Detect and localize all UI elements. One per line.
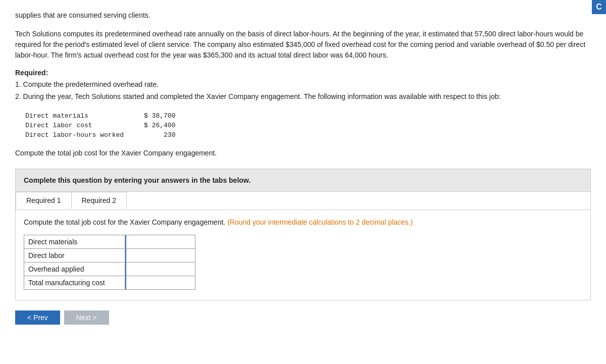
input-row-label: Overhead applied [24,262,125,276]
input-row-cell [125,276,195,289]
job-info-table: Direct materials $ 38,700 Direct labor c… [25,111,195,140]
job-info-value: $ 26,400 [144,121,195,130]
required-items: 1. Compute the predetermined overhead ra… [15,79,591,103]
job-info-row: Direct labor-hours worked 230 [25,130,195,140]
required-heading: Required: [15,69,591,77]
input-row-cell [125,235,195,248]
job-info-value: $ 38,700 [144,111,195,121]
input-row-label: Total manufacturing cost [24,276,125,289]
prev-button[interactable]: < Prev [15,310,60,325]
intro-paragraph1: Tech Solutions computes its predetermine… [15,29,591,61]
job-info-label: Direct labor cost [25,121,144,130]
job-info-label: Direct labor-hours worked [25,130,144,140]
tab-required2[interactable]: Required 2 [71,192,127,210]
input-row: Direct labor [24,248,195,262]
cost-input-1[interactable] [125,249,195,262]
cost-input-0[interactable] [125,235,195,248]
input-row: Direct materials [24,235,195,248]
input-row: Total manufacturing cost [24,276,195,289]
job-info-row: Direct labor cost $ 26,400 [25,121,195,130]
tabs-row: Required 1 Required 2 [16,192,590,210]
input-table: Direct materials Direct labor Overhead a… [24,235,195,290]
input-row-cell [125,248,195,262]
cost-input-3[interactable] [125,276,195,289]
next-button[interactable]: Next > [64,310,109,325]
input-row-cell [125,262,195,276]
tab2-instruction-orange: (Round your intermediate calculations to… [227,218,413,226]
tab2-content: Compute the total job cost for the Xavie… [16,210,590,300]
tab2-instruction: Compute the total job cost for the Xavie… [24,217,582,228]
required-item1: 1. Compute the predetermined overhead ra… [15,79,591,91]
input-row-label: Direct materials [24,235,125,248]
job-info-value: 230 [144,130,195,140]
cost-input-2[interactable] [125,263,195,276]
input-row: Overhead applied [24,262,195,276]
tab-required1[interactable]: Required 1 [16,192,72,210]
intro-line1: supplies that are consumed serving clien… [15,10,591,21]
compute-text: Compute the total job cost for the Xavie… [15,148,591,159]
required-item2: 2. During the year, Tech Solutions start… [15,91,591,103]
bottom-buttons: < Prev Next > [15,310,591,325]
complete-box: Complete this question by entering your … [15,169,591,192]
job-info-label: Direct materials [25,111,144,121]
tabs-container: Required 1 Required 2 Compute the total … [15,192,591,300]
job-info-row: Direct materials $ 38,700 [25,111,195,121]
input-row-label: Direct labor [24,248,125,262]
corner-badge: C [592,0,606,14]
